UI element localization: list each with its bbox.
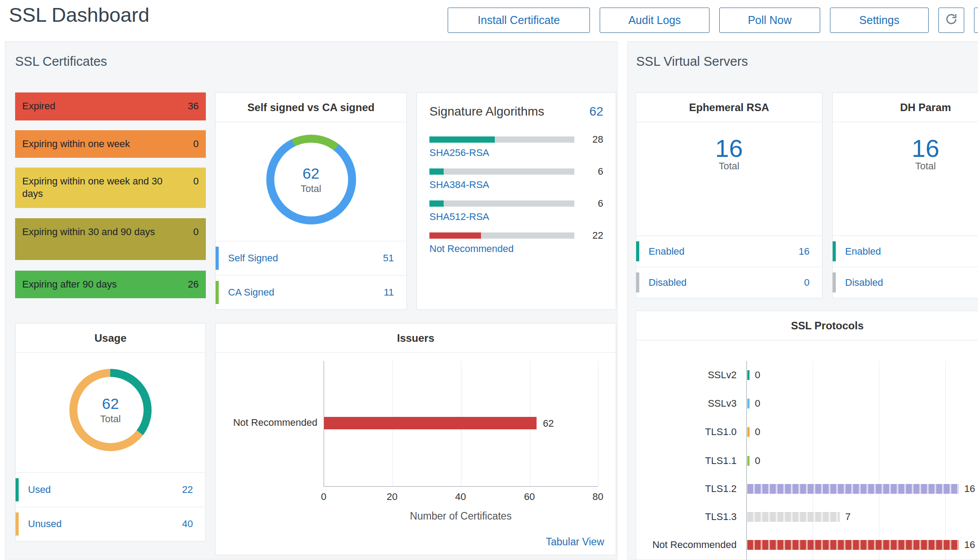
legend: Self Signed 51 CA Signed 11 <box>216 241 406 309</box>
ssl-certificates-heading: SSL Certificates <box>15 54 107 69</box>
tabular-view-link[interactable]: Tabular View <box>546 536 604 548</box>
signature-row: 6 SHA384-RSA <box>429 166 603 198</box>
poll-now-button[interactable]: Poll Now <box>719 8 820 33</box>
x-tick: 0 <box>310 491 337 503</box>
audit-logs-button[interactable]: Audit Logs <box>600 8 709 33</box>
legend-label[interactable]: Used <box>28 484 51 496</box>
accent-bar <box>16 478 19 501</box>
ephemeral-rsa-total: 16 Total <box>636 136 822 172</box>
protocol-label: SSLv3 <box>636 398 737 409</box>
status-label: Expiring after 90 days <box>22 271 117 298</box>
legend-disabled[interactable]: Disabled <box>833 267 978 298</box>
bar-track <box>429 136 574 143</box>
gridline <box>598 361 598 486</box>
protocol-label: TLS1.1 <box>636 455 737 467</box>
donut-center: 62 Total <box>274 143 348 216</box>
dh-param-total: 16 Total <box>833 136 978 172</box>
legend-value: 16 <box>799 246 810 257</box>
status-value: 0 <box>193 168 199 208</box>
card-title: Issuers <box>216 324 616 353</box>
cert-status-expiring-one-week[interactable]: Expiring within one week 0 <box>15 130 206 158</box>
cert-status-expired[interactable]: Expired 36 <box>15 92 206 120</box>
legend: Enabled Disabled <box>833 236 978 298</box>
settings-button[interactable]: Settings <box>830 8 929 33</box>
donut-total: 62 <box>102 395 119 412</box>
card-title: Ephemeral RSA <box>636 93 822 122</box>
protocol-bar <box>747 399 750 408</box>
legend-self-signed[interactable]: Self Signed 51 <box>216 241 406 275</box>
protocol-bar <box>747 456 750 466</box>
protocol-value: 0 <box>755 398 760 409</box>
card-self-vs-ca: Self signed vs CA signed 62 Total Self S… <box>215 92 407 310</box>
status-value: 0 <box>193 130 199 158</box>
legend-unused[interactable]: Unused 40 <box>16 507 205 541</box>
accent-bar <box>833 272 836 292</box>
protocol-label: Not Recommended <box>636 539 737 551</box>
bar-fill <box>429 200 444 207</box>
accent-bar <box>636 272 639 292</box>
signature-row: 28 SHA256-RSA <box>429 134 603 166</box>
status-label: Expired <box>22 92 56 120</box>
x-tick: 80 <box>585 491 611 503</box>
legend-enabled[interactable]: Enabled 16 <box>636 236 822 267</box>
protocol-label: TLS1.0 <box>636 426 737 438</box>
legend-disabled[interactable]: Disabled 0 <box>636 267 822 298</box>
legend-label[interactable]: Enabled <box>845 246 881 257</box>
x-axis-label: Number of Certificates <box>324 510 598 522</box>
legend-label[interactable]: CA Signed <box>228 287 274 298</box>
card-title: Self signed vs CA signed <box>216 93 406 122</box>
header: SSL Dashboard Install Certificate Audit … <box>0 0 978 41</box>
legend-label[interactable]: Self Signed <box>228 252 278 264</box>
legend: Enabled 16 Disabled 0 <box>636 236 822 298</box>
cert-status-expiring-30-to-90[interactable]: Expiring within 30 and 90 days 0 <box>15 218 206 260</box>
protocol-row-not-recommended: Not Recommended 16 <box>636 538 978 552</box>
legend-label[interactable]: Disabled <box>649 277 687 288</box>
install-certificate-button[interactable]: Install Certificate <box>448 8 590 33</box>
signature-total: 62 <box>589 104 603 119</box>
card-usage: Usage 62 Total Used 22 Unused 40 <box>15 323 206 541</box>
signature-header: Signature Algorithms 62 <box>429 104 603 119</box>
issuers-category-label: Not Recommended <box>216 417 317 428</box>
legend-ca-signed[interactable]: CA Signed 11 <box>216 275 406 309</box>
legend-label[interactable]: Disabled <box>845 277 883 288</box>
legend-value: 22 <box>182 484 193 496</box>
accent-bar <box>833 241 836 261</box>
total-label: Total <box>719 160 739 172</box>
legend-value: 40 <box>182 518 193 530</box>
status-label: Expiring within one week and 30 days <box>22 168 169 208</box>
legend-value: 11 <box>384 287 394 298</box>
card-issuers: Issuers Not Recommended 62 0 20 40 60 80… <box>215 323 616 555</box>
cert-status-expiring-after-90[interactable]: Expiring after 90 days 26 <box>15 271 206 298</box>
protocol-row-tls13: TLS1.3 7 <box>636 510 978 524</box>
donut-total: 62 <box>303 165 320 182</box>
protocol-row-sslv3: SSLv3 0 <box>636 397 978 410</box>
legend-label[interactable]: Unused <box>28 518 62 530</box>
legend-used[interactable]: Used 22 <box>16 472 205 507</box>
cert-status-expiring-week-to-30[interactable]: Expiring within one week and 30 days 0 <box>15 168 206 208</box>
refresh-button[interactable] <box>938 8 964 33</box>
legend-enabled[interactable]: Enabled <box>833 236 978 267</box>
bar-fill <box>429 232 481 239</box>
sha256-rsa-link[interactable]: SHA256-RSA <box>429 147 489 159</box>
protocol-label: SSLv2 <box>636 369 737 381</box>
x-tick: 40 <box>447 491 474 503</box>
sha384-rsa-link[interactable]: SHA384-RSA <box>429 179 489 191</box>
protocol-row-tls12: TLS1.2 16 <box>636 482 978 496</box>
bar-value: 22 <box>593 230 603 241</box>
protocol-bar <box>747 512 840 522</box>
status-label: Expiring within one week <box>22 130 130 158</box>
protocol-bar <box>747 370 750 380</box>
status-value: 0 <box>193 218 199 260</box>
not-recommended-link[interactable]: Not Recommended <box>429 243 514 255</box>
donut-total-label: Total <box>301 183 321 195</box>
ssl-virtual-servers-heading: SSL Virtual Servers <box>636 54 748 69</box>
legend-label[interactable]: Enabled <box>649 246 685 257</box>
card-ssl-protocols: SSL Protocols SSLv2 0 SSLv3 0 TLS1.0 0 T… <box>636 311 978 560</box>
card-signature-algorithms: Signature Algorithms 62 28 SHA256-RSA 6 … <box>417 92 616 310</box>
refresh-secondary-button[interactable] <box>974 8 978 33</box>
status-label: Expiring within 30 and 90 days <box>22 218 155 260</box>
legend-value: 0 <box>804 277 810 288</box>
bar-value: 6 <box>598 198 603 209</box>
sha512-rsa-link[interactable]: SHA512-RSA <box>429 211 489 223</box>
legend-value: 51 <box>383 252 394 264</box>
